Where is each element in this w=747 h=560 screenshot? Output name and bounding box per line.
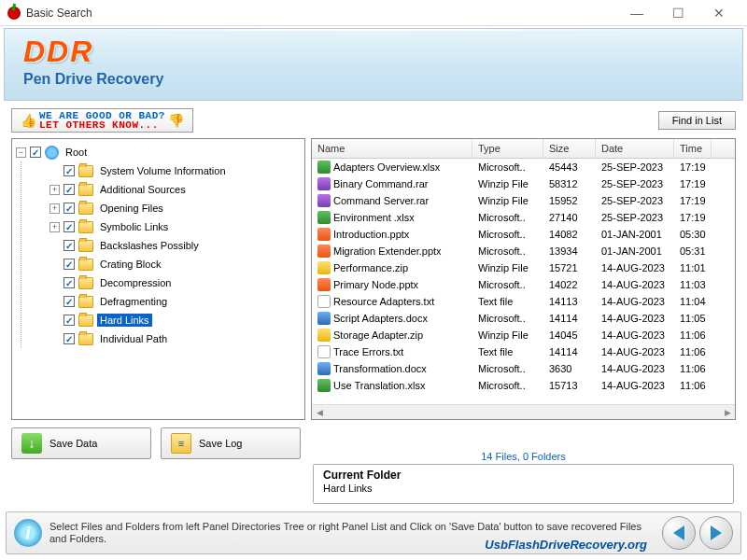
checkbox[interactable]: ✓ [63,221,75,232]
file-row[interactable]: Script Adapters.docx Microsoft.. 14114 1… [312,310,735,327]
checkbox[interactable]: ✓ [30,147,41,158]
file-date: 25-SEP-2023 [596,161,674,174]
col-date[interactable]: Date [596,139,674,158]
tree-item-label: Decompression [97,276,174,289]
file-row[interactable]: Storage Adapter.zip Winzip File 14045 14… [312,327,735,343]
tree-item[interactable]: ✓ System Volume Information [29,161,303,180]
checkbox[interactable]: ✓ [63,296,75,307]
file-time: 11:04 [674,295,712,308]
tree-item[interactable]: ✓ Crating Block [29,255,303,273]
file-type: Winzip File [472,177,543,190]
file-size: 14022 [543,278,596,291]
file-list-header[interactable]: Name Type Size Date Time [312,139,735,159]
expand-icon[interactable]: + [49,185,60,195]
file-size: 27140 [543,211,596,224]
tree-item[interactable]: ✓ Individual Path [29,329,303,348]
minimize-button[interactable]: — [616,0,657,26]
collapse-icon[interactable]: − [16,147,26,158]
file-time: 05:30 [674,228,712,241]
tree-item-label: Crating Block [97,258,163,271]
folder-icon [78,277,93,289]
file-row[interactable]: Use Translation.xlsx Microsoft.. 15713 1… [312,377,735,394]
col-size[interactable]: Size [543,139,596,158]
tree-item[interactable]: ✓ Backslashes Possibly [29,236,303,255]
file-time: 11:01 [674,261,712,274]
checkbox[interactable]: ✓ [63,259,75,270]
footer-link[interactable]: UsbFlashDriveRecovery.org [485,538,647,552]
next-button[interactable] [699,516,733,550]
file-row[interactable]: Command Server.rar Winzip File 15952 25-… [312,192,735,209]
maximize-button[interactable]: ☐ [657,0,698,26]
thumbs-down-icon: 👎 [168,116,184,125]
file-name: Migration Extender.pptx [333,245,442,257]
expand-icon[interactable]: + [49,203,60,214]
info-icon: i [14,519,42,547]
file-row[interactable]: Trace Errors.txt Text file 14114 14-AUG-… [312,343,735,360]
prev-button[interactable] [662,516,696,550]
save-data-button[interactable]: Save Data [11,427,151,459]
current-folder-value: Hard Links [323,483,724,494]
folder-icon [78,259,93,271]
docx-file-icon [317,362,331,375]
checkbox[interactable]: ✓ [63,333,75,344]
file-date: 01-JAN-2001 [596,245,674,258]
checkbox[interactable]: ✓ [63,315,75,326]
docx-file-icon [317,312,331,325]
expand-icon[interactable]: + [49,222,60,232]
file-row[interactable]: Transformation.docx Microsoft.. 3630 14-… [312,360,735,377]
file-type: Microsoft.. [472,245,543,258]
close-button[interactable]: ✕ [698,0,740,26]
folder-icon [78,240,93,252]
save-log-button[interactable]: Save Log [161,427,301,459]
folder-tree[interactable]: − ✓ Root ✓ System Volume Information+ ✓ … [11,138,305,420]
current-folder-box: Current Folder Hard Links [313,464,734,504]
tree-item-label: System Volume Information [97,164,229,177]
col-type[interactable]: Type [472,139,543,158]
scroll-right-icon[interactable]: ▶ [720,408,735,417]
file-size: 58312 [543,177,596,190]
file-size: 13934 [543,245,596,258]
file-row[interactable]: Resource Adapters.txt Text file 14113 14… [312,293,735,310]
checkbox[interactable]: ✓ [63,165,75,176]
file-row[interactable]: Binary Command.rar Winzip File 58312 25-… [312,175,735,192]
tree-spacer [49,315,60,326]
file-name: Introduction.pptx [333,229,409,240]
file-date: 14-AUG-2023 [596,379,674,392]
file-size: 14114 [543,312,596,325]
file-row[interactable]: Adapters Overview.xlsx Microsoft.. 45443… [312,159,735,175]
file-size: 45443 [543,161,596,174]
checkbox[interactable]: ✓ [63,203,75,214]
horizontal-scrollbar[interactable]: ◀ ▶ [312,404,735,419]
file-list-body[interactable]: Adapters Overview.xlsx Microsoft.. 45443… [312,159,735,404]
checkbox[interactable]: ✓ [63,240,75,251]
feedback-button[interactable]: 👍 WE ARE GOOD OR BAD? LET OTHERS KNOW...… [11,108,193,133]
file-row[interactable]: Primary Node.pptx Microsoft.. 14022 14-A… [312,276,735,293]
tree-item[interactable]: + ✓ Additional Sources [29,180,303,199]
file-row[interactable]: Migration Extender.pptx Microsoft.. 1393… [312,243,735,259]
col-name[interactable]: Name [312,139,472,158]
rar-file-icon [317,194,331,207]
tree-spacer [49,259,60,270]
folder-icon [78,184,93,196]
tree-item[interactable]: ✓ Decompression [29,273,303,292]
file-row[interactable]: Performance.zip Winzip File 15721 14-AUG… [312,259,735,276]
col-time[interactable]: Time [674,139,712,158]
tree-item[interactable]: + ✓ Opening Files [29,199,303,217]
file-date: 14-AUG-2023 [596,312,674,325]
tree-root[interactable]: − ✓ Root [14,143,303,161]
file-row[interactable]: Environment .xlsx Microsoft.. 27140 25-S… [312,209,735,226]
file-type: Microsoft.. [472,211,543,224]
checkbox[interactable]: ✓ [63,184,75,195]
checkbox[interactable]: ✓ [63,277,75,288]
tree-item[interactable]: + ✓ Symbolic Links [29,217,303,236]
feedback-line2: LET OTHERS KNOW... [39,120,165,130]
scroll-left-icon[interactable]: ◀ [312,408,327,417]
file-row[interactable]: Introduction.pptx Microsoft.. 14082 01-J… [312,226,735,243]
file-type: Microsoft.. [472,379,543,392]
tree-spacer [49,278,60,288]
tree-item[interactable]: ✓ Hard Links [29,311,303,329]
tree-item[interactable]: ✓ Defragmenting [29,292,303,311]
find-in-list-button[interactable]: Find in List [658,111,736,130]
file-time: 11:05 [674,312,712,325]
txt-file-icon [317,295,331,308]
